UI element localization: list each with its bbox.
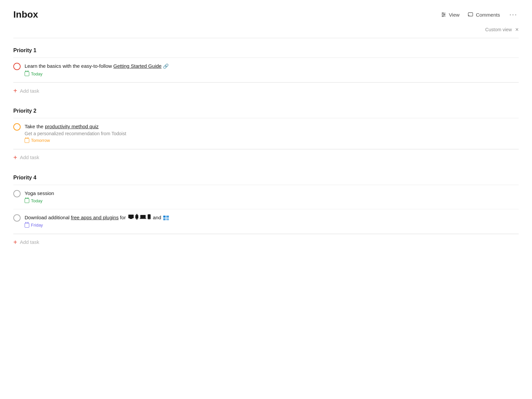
calendar-icon <box>25 138 29 143</box>
watch-icon <box>135 214 139 220</box>
task-1-title: Learn the basics with the easy-to-follow… <box>25 62 519 70</box>
header-actions: View Comments ··· <box>441 10 519 19</box>
svg-rect-9 <box>135 215 138 219</box>
table-row: Take the productivity method quiz Get a … <box>13 118 519 149</box>
add-task-plus-1: + <box>13 87 17 94</box>
view-label: View <box>449 12 460 18</box>
table-row: Learn the basics with the easy-to-follow… <box>13 58 519 82</box>
svg-point-5 <box>442 16 443 17</box>
monitor-icon <box>128 214 134 219</box>
priority-1-section: Priority 1 Learn the basics with the eas… <box>13 48 519 99</box>
calendar-icon <box>25 71 29 76</box>
svg-rect-18 <box>163 218 166 220</box>
task-1-checkbox[interactable] <box>13 63 21 70</box>
add-task-row-4[interactable]: + Add task <box>13 234 519 250</box>
header: Inbox View Comments ··· <box>0 0 532 27</box>
device-icons <box>128 214 151 220</box>
task-4-checkbox[interactable] <box>13 214 21 222</box>
comment-icon <box>467 12 473 18</box>
priority-1-heading: Priority 1 <box>13 48 519 53</box>
task-3-date: Today <box>25 198 43 203</box>
svg-rect-12 <box>140 215 146 218</box>
add-task-label-4: Add task <box>20 239 39 245</box>
svg-point-3 <box>442 13 443 14</box>
main-content: Priority 1 Learn the basics with the eas… <box>0 48 532 250</box>
task-2-date: Tomorrow <box>25 138 50 143</box>
add-task-label-1: Add task <box>20 88 39 94</box>
task-1-date: Today <box>25 71 43 76</box>
task-4-date: Friday <box>25 223 43 228</box>
calendar-icon <box>25 223 29 228</box>
view-button[interactable]: View <box>441 12 460 18</box>
comments-label: Comments <box>476 12 500 18</box>
svg-rect-13 <box>140 218 146 219</box>
laptop-icon <box>140 215 146 219</box>
svg-rect-8 <box>130 218 132 219</box>
priority-4-heading: Priority 4 <box>13 175 519 181</box>
svg-rect-11 <box>136 219 138 220</box>
more-options-button[interactable]: ··· <box>508 10 519 19</box>
comments-button[interactable]: Comments <box>467 12 500 18</box>
link-icon: 🔗 <box>163 63 169 70</box>
svg-rect-17 <box>166 216 169 218</box>
phone-icon <box>147 214 151 220</box>
custom-view-bar: Custom view × <box>0 27 532 38</box>
custom-view-label: Custom view <box>485 27 512 32</box>
task-4-title: Download additional free apps and plugin… <box>25 214 519 221</box>
task-2-checkbox[interactable] <box>13 123 21 131</box>
svg-point-4 <box>444 14 445 15</box>
table-row: Yoga session Today <box>13 185 519 210</box>
add-task-label-2: Add task <box>20 154 39 160</box>
priority-4-section: Priority 4 Yoga session Today Download a… <box>13 175 519 250</box>
custom-view-close-button[interactable]: × <box>515 27 519 33</box>
priority-2-section: Priority 2 Take the productivity method … <box>13 108 519 165</box>
task-3-checkbox[interactable] <box>13 190 21 197</box>
page-title: Inbox <box>13 9 38 20</box>
priority-2-heading: Priority 2 <box>13 108 519 114</box>
task-2-description: Get a personalized recommendation from T… <box>25 131 519 136</box>
task-3-title: Yoga session <box>25 190 519 197</box>
sliders-icon <box>441 12 447 18</box>
task-4-body: Download additional free apps and plugin… <box>25 214 519 229</box>
svg-rect-16 <box>163 216 166 218</box>
svg-rect-15 <box>148 218 150 219</box>
add-task-plus-2: + <box>13 154 17 161</box>
svg-rect-10 <box>136 214 138 215</box>
task-2-title: Take the productivity method quiz <box>25 123 519 130</box>
add-task-row-1[interactable]: + Add task <box>13 83 519 99</box>
add-task-plus-4: + <box>13 239 17 246</box>
task-2-body: Take the productivity method quiz Get a … <box>25 123 519 144</box>
add-task-row-2[interactable]: + Add task <box>13 150 519 165</box>
calendar-icon <box>25 198 29 203</box>
top-divider <box>13 38 519 38</box>
table-row: Download additional free apps and plugin… <box>13 209 519 234</box>
windows-icon <box>163 215 169 221</box>
svg-rect-19 <box>166 218 169 220</box>
svg-rect-7 <box>128 215 134 218</box>
task-1-body: Learn the basics with the easy-to-follow… <box>25 62 519 77</box>
task-3-body: Yoga session Today <box>25 190 519 205</box>
